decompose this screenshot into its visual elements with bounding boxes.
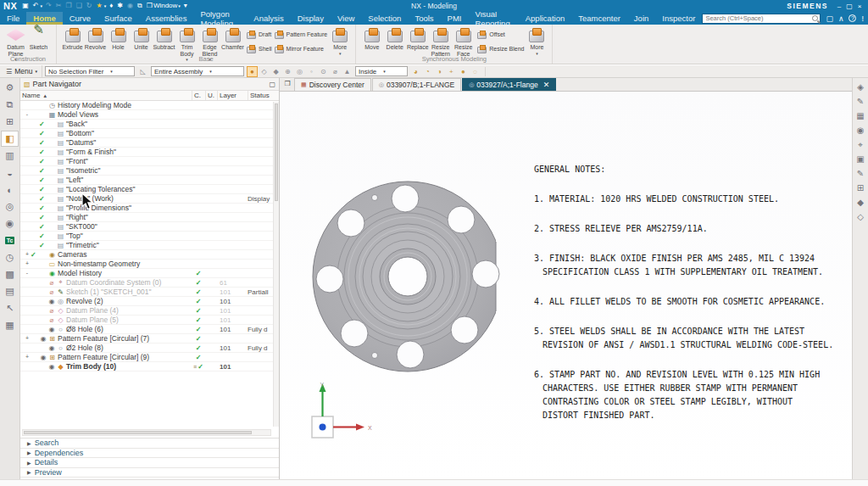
qat-icon[interactable]: ▾ ▾ [184,2,188,10]
snap-scope-select[interactable]: Inside ▾ [355,66,408,76]
table-row[interactable]: + ✓ Cameras ≡ ✓ [20,250,273,260]
tree-expander[interactable]: + [24,251,31,258]
qat-icon[interactable]: ↶ ▾ [33,2,42,10]
collapsible-section[interactable]: ▶ Dependencies [20,449,279,459]
close-icon[interactable]: ✕ [543,81,550,88]
selection-filter-select[interactable]: No Selection Filter ▾ [45,66,135,76]
qat-icon[interactable]: ↷ ▾ [46,2,53,10]
restore-group-icon[interactable]: ❒ [281,78,293,89]
part-navigator-icon[interactable]: ◧ [1,131,19,147]
minimize-button[interactable]: – [834,3,844,10]
horizontal-scrollbar[interactable] [22,429,271,436]
schedule-icon[interactable]: ▦ [854,110,867,121]
qat-icon[interactable]: ⧉ ▾ [137,2,143,10]
constraint-navigator-icon[interactable]: ⊞ [1,114,19,130]
table-row[interactable]: ✓ "Trimetric" ≡ ✓ [20,241,273,250]
table-row[interactable]: ✓ Ø2 Hole (8) ≡ ✓ 101 Fully d [20,344,273,353]
visibility-icon[interactable] [47,307,56,315]
ribbon-tab[interactable]: Teamcenter [571,12,627,25]
table-row[interactable]: + ✓ Pattern Feature [Circular] (9) ≡ ✓ [20,353,273,362]
alerts-icon[interactable]: ! [861,14,864,23]
table-row[interactable]: ✓ "Left" ≡ ✓ [20,176,273,185]
selection-pointer-icon[interactable]: ↖ [1,300,19,316]
qat-icon[interactable]: ▣ ▾ [22,2,30,10]
ribbon-button[interactable]: Subtract ▾ [153,26,175,51]
document-tab[interactable]: 033907/B;1-FLANGE [372,78,461,91]
command-search[interactable] [702,14,821,24]
table-row[interactable]: ✓ "Form & Finish" ≡ ✓ [20,148,273,157]
ribbon-tab[interactable]: Analysis [247,12,290,25]
ribbon-tab[interactable]: Tools [408,12,440,25]
history-palette-icon[interactable]: ◷ [1,249,19,265]
web-browser-icon[interactable]: ◉ [1,215,19,232]
ribbon-tab[interactable]: Inspector [655,12,702,25]
help-icon[interactable]: ? [849,14,856,22]
osnap-sphere-3-icon[interactable]: ◑ [434,66,445,77]
qat-icon[interactable]: ✂ ▾ [56,2,63,10]
column-header-u[interactable]: U. [205,91,217,100]
measure-icon[interactable]: ⌖ [854,139,867,150]
pattern-tool-icon[interactable]: ⊞ [854,182,867,193]
document-tab[interactable]: 033927/A;1-Flange ✕ [462,78,556,91]
visibility-icon[interactable] [47,316,56,324]
table-row[interactable]: ✓ "Back" ≡ ✓ [20,120,273,129]
ribbon-tab[interactable]: Visual Reporting [468,12,518,25]
ribbon-tab[interactable]: Selection [361,12,408,25]
tree-expander[interactable]: - [24,111,31,118]
visibility-icon[interactable] [39,354,47,361]
ribbon-tab[interactable]: View [331,12,361,25]
visibility-icon[interactable] [47,288,56,296]
table-row[interactable]: ✓ "Datums" ≡ ✓ [20,138,273,148]
table-row[interactable]: ✓ "Notes" (Work) ≡ ✓ Display [20,194,273,204]
snap-point-icon[interactable]: ● [247,66,258,77]
more-button[interactable]: More ▾ [329,26,351,56]
fullscreen-icon[interactable]: ▢ [826,14,833,23]
undock-panel-icon[interactable]: ▢ [269,81,275,88]
ribbon-tab[interactable]: Application [519,12,571,25]
ribbon-tab[interactable]: Assemblies [139,12,194,25]
ribbon-button[interactable]: Sketch ▾ [27,26,50,51]
table-row[interactable]: ✓ "Profile Dimensions" ≡ ✓ [20,204,273,213]
minimize-ribbon-icon[interactable]: ∧ [838,14,844,23]
snap-settings-icon[interactable]: ◌ [470,66,481,77]
table-row[interactable]: ✓ "Isometric" ≡ ✓ [20,166,273,176]
table-row[interactable]: ✓ "SKT000" ≡ ✓ [20,222,273,232]
tree-expander[interactable]: + [24,354,31,360]
column-header-name[interactable]: Name ▲ [20,91,192,100]
table-row[interactable]: ✓ Sketch (1) "SKETCH_001" ≡ ✓ 101 Partia… [20,288,273,297]
more-button[interactable]: More ▾ [526,26,548,56]
window-layout-icon[interactable]: ▦ [1,317,19,333]
tree-expander[interactable]: - [24,270,31,277]
control-point-icon[interactable]: ⊕ [282,66,293,77]
collapsible-section[interactable]: ▶ Preview [20,468,279,478]
reuse-library-icon[interactable]: ▥ [1,148,19,164]
table-row[interactable]: ✓ History Modeling Mode ≡ ✓ [20,101,273,110]
edit-annotation-icon[interactable]: ✎ [854,96,867,107]
table-row[interactable]: - ✓ Model History ≡ ✓ [20,269,273,278]
table-row[interactable]: ✓ Revolve (2) ≡ ✓ 101 [20,297,273,306]
column-header-layer[interactable]: Layer [217,91,248,100]
ribbon-button[interactable]: Pattern Feature [273,27,329,42]
tree-expander[interactable]: + [24,335,31,342]
color-palette-icon[interactable]: ▤ [1,283,19,299]
assembly-navigator-icon[interactable]: ⧉ [1,97,19,113]
tree-expander[interactable]: + [24,260,31,267]
ribbon-button[interactable]: Draft [245,27,273,42]
selection-scope-select[interactable]: Entire Assembly ▾ [151,66,244,76]
collapsible-section[interactable]: ▶ Search [20,439,279,449]
hd3d-tools-icon[interactable]: ◒ [1,165,19,181]
ribbon-tab[interactable]: Join [627,12,655,25]
table-row[interactable]: ✓ "Bottom" ≡ ✓ [20,129,273,138]
menu-button[interactable]: ☰ Menu ▾ [2,65,42,77]
table-row[interactable]: ✓ "Right" ≡ ✓ [20,213,273,222]
teamcenter-navigator-icon[interactable]: Tc [1,232,19,249]
table-row[interactable]: + ✓ Pattern Feature [Circular] (7) ≡ ✓ [20,334,273,344]
ribbon-tab[interactable]: Display [291,12,331,25]
ribbon-button[interactable]: Delete ▾ [383,26,406,51]
ribbon-tab[interactable]: Surface [97,12,139,25]
document-tab[interactable]: Discovery Center [294,78,371,91]
search-input[interactable] [703,14,812,22]
scrollbar-thumb[interactable] [275,103,278,201]
qat-icon[interactable]: ✱ ▾ [117,2,124,10]
close-button[interactable]: × [854,3,865,10]
